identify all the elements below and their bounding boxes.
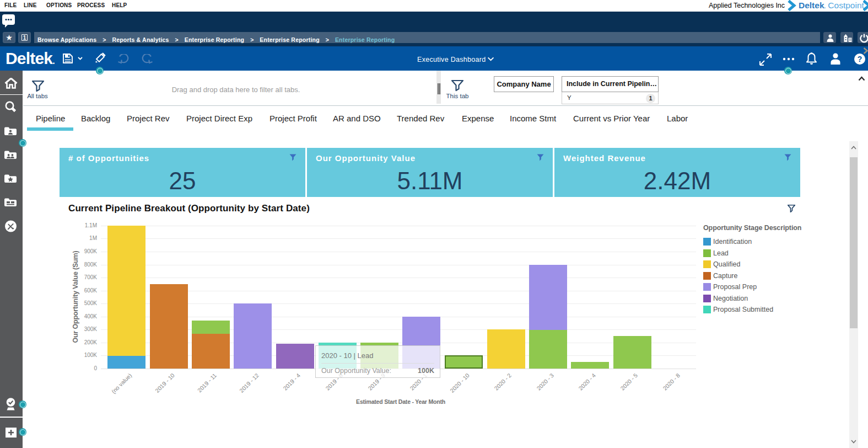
- svg-text:?: ?: [858, 55, 862, 63]
